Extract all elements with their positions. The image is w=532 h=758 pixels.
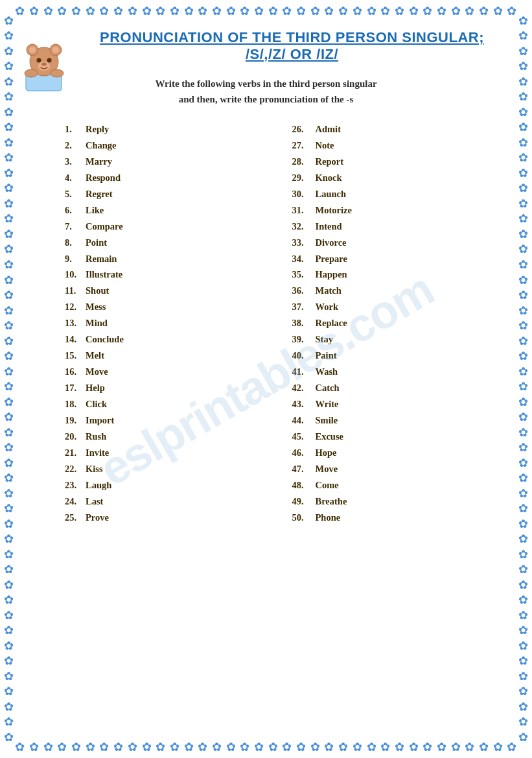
snowflake-bottom: ✿ [296, 740, 306, 754]
snowflake-right: ✿ [518, 440, 528, 455]
verb-columns: 1.Reply2.Change3.Marry4.Respond5.Regret6… [26, 121, 506, 525]
snowflake-left: ✿ [4, 318, 14, 333]
snowflake-bottom: ✿ [338, 740, 348, 754]
snowflake-top: ✿ [240, 4, 249, 18]
snowflake-bottom: ✿ [86, 740, 95, 754]
snowflake-right: ✿ [518, 288, 528, 302]
snowflake-left: ✿ [4, 501, 14, 515]
verb-item: 2.Change [65, 137, 279, 154]
snowflake-left: ✿ [4, 120, 14, 134]
snowflake-right: ✿ [518, 303, 528, 318]
verb-word: Catch [316, 383, 340, 393]
snowflake-right: ✿ [518, 669, 528, 683]
snowflake-right: ✿ [518, 166, 528, 180]
snowflake-left: ✿ [4, 196, 14, 211]
snowflake-bottom: ✿ [15, 740, 25, 754]
verb-item: 15.Melt [65, 348, 279, 364]
verb-word: Melt [86, 350, 104, 361]
verb-number: 23. [65, 477, 86, 493]
snowflake-top: ✿ [437, 4, 446, 18]
snowflake-bottom: ✿ [465, 740, 474, 754]
snowflake-bottom: ✿ [493, 740, 503, 754]
snowflake-top: ✿ [479, 4, 489, 18]
snowflake-right: ✿ [518, 349, 528, 363]
verb-item: 11.Shout [65, 283, 279, 299]
snowflake-left: ✿ [4, 700, 14, 714]
snowflake-bottom: ✿ [310, 740, 320, 754]
snowflake-left: ✿ [4, 440, 14, 455]
snowflake-right: ✿ [518, 395, 528, 409]
verb-number: 25. [65, 510, 86, 526]
verb-number: 9. [65, 251, 86, 267]
verb-number: 39. [292, 331, 316, 348]
snowflake-bottom: ✿ [240, 740, 249, 754]
snowflake-right: ✿ [518, 532, 528, 546]
verb-item: 7.Compare [65, 219, 279, 235]
snowflake-bottom: ✿ [437, 740, 446, 754]
snowflake-right: ✿ [518, 364, 528, 379]
snowflake-bottom: ✿ [451, 740, 461, 754]
snowflake-left: ✿ [4, 349, 14, 363]
instructions-line2: and then, write the pronunciation of the… [26, 91, 506, 107]
snowflake-bottom: ✿ [57, 740, 67, 754]
snowflake-right: ✿ [518, 75, 528, 89]
snowflake-right: ✿ [518, 517, 528, 531]
verb-number: 11. [65, 283, 86, 299]
verb-item: 6.Like [65, 202, 279, 219]
snowflake-left: ✿ [4, 547, 14, 562]
snowflake-bottom: ✿ [367, 740, 376, 754]
verb-number: 36. [292, 283, 316, 299]
verb-item: 3.Marry [65, 154, 279, 170]
verb-word: Wash [316, 366, 338, 377]
verb-number: 15. [65, 348, 86, 364]
verb-number: 46. [292, 445, 316, 461]
snowflake-bottom: ✿ [71, 740, 81, 754]
snowflake-right: ✿ [518, 684, 528, 698]
verb-word: Change [86, 140, 117, 150]
snowflake-right: ✿ [518, 120, 528, 134]
snowflake-left: ✿ [4, 166, 14, 180]
snowflake-bottom: ✿ [282, 740, 292, 754]
svg-point-5 [52, 47, 59, 53]
snowflake-top: ✿ [493, 4, 503, 18]
instructions-line1: Write the following verbs in the third p… [26, 76, 506, 91]
snowflake-top: ✿ [367, 4, 376, 18]
verb-word: Prepare [316, 254, 347, 264]
verb-word: Move [86, 366, 108, 377]
snowflake-bottom: ✿ [142, 740, 152, 754]
verb-number: 50. [292, 510, 316, 526]
verb-word: Launch [316, 189, 347, 199]
snowflake-top: ✿ [15, 4, 25, 18]
verb-number: 7. [65, 219, 86, 235]
snowflake-top: ✿ [170, 4, 179, 18]
verb-word: Illustrate [86, 269, 122, 279]
snowflake-left: ✿ [4, 303, 14, 318]
snowflake-bottom: ✿ [254, 740, 264, 754]
verb-number: 26. [292, 121, 316, 137]
snowflake-bottom: ✿ [507, 740, 516, 754]
verb-word: Move [316, 464, 338, 474]
verb-item: 28.Report [292, 154, 507, 170]
snowflake-bottom: ✿ [43, 740, 53, 754]
top-border: ✿✿✿✿✿✿✿✿✿✿✿✿✿✿✿✿✿✿✿✿✿✿✿✿✿✿✿✿✿✿✿✿✿✿✿✿ [13, 4, 519, 18]
snowflake-top: ✿ [86, 4, 95, 18]
snowflake-right: ✿ [518, 242, 528, 256]
bottom-border: ✿✿✿✿✿✿✿✿✿✿✿✿✿✿✿✿✿✿✿✿✿✿✿✿✿✿✿✿✿✿✿✿✿✿✿✿ [13, 740, 519, 754]
snowflake-top: ✿ [226, 4, 236, 18]
main-content: PRONUNCIATION OF THE THIRD PERSON SINGUL… [26, 29, 506, 525]
verb-item: 46.Hope [292, 445, 507, 461]
snowflake-left: ✿ [4, 227, 14, 241]
snowflake-top: ✿ [113, 4, 123, 18]
page-title: PRONUNCIATION OF THE THIRD PERSON SINGUL… [78, 29, 506, 63]
verb-item: 27.Note [292, 137, 507, 154]
verb-word: Mind [86, 318, 108, 328]
verb-item: 41.Wash [292, 364, 507, 380]
snowflake-right: ✿ [518, 136, 528, 150]
snowflake-right: ✿ [518, 196, 528, 211]
verb-number: 19. [65, 412, 86, 429]
verb-number: 30. [292, 186, 316, 202]
verb-number: 18. [65, 396, 86, 412]
verb-number: 45. [292, 429, 316, 445]
svg-point-11 [51, 69, 64, 77]
verb-number: 5. [65, 186, 86, 202]
